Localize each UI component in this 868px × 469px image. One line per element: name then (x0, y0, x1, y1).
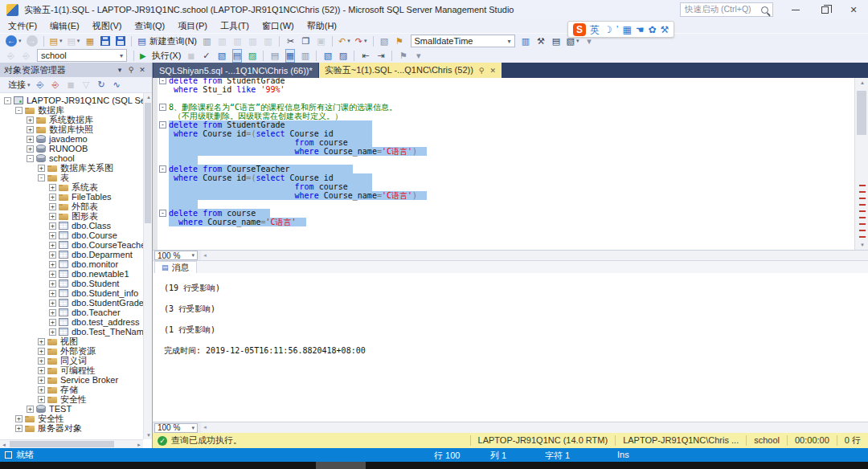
tree-expand-icon[interactable]: + (38, 377, 45, 384)
sql-editor[interactable]: -delete from StudentGrade where Stu_id l… (153, 78, 868, 250)
code-line[interactable]: where Course_id=(select Course_id (158, 173, 854, 182)
tree-expand-icon[interactable]: + (49, 232, 56, 239)
tab-sqlshiyan5[interactable]: SQLShiyan5.sql -...1Q1NC\Chris (66))* (154, 63, 318, 78)
ime-toolbox-icon[interactable]: ⚒ (661, 23, 669, 36)
tree-expand-icon[interactable]: + (49, 184, 56, 191)
tree-expand-icon[interactable]: + (49, 251, 56, 259)
code-line[interactable]: where Course_name='C语言') (158, 147, 854, 156)
comment-button[interactable]: ▧ (321, 49, 334, 63)
tree-item[interactable]: +TEST (0, 404, 152, 414)
tree-expand-icon[interactable]: + (27, 136, 34, 143)
filter-button[interactable]: ▽ (80, 78, 93, 92)
tree-item[interactable]: +dbo.Class (0, 221, 152, 230)
tree-expand-icon[interactable]: - (15, 107, 23, 114)
quick-launch-input[interactable]: 快速启动 (Ctrl+Q) (680, 2, 773, 17)
ime-handwriting-icon[interactable]: ☚ (636, 23, 645, 36)
tree-item[interactable]: -school (0, 153, 152, 163)
scrollbar-thumb[interactable] (10, 441, 114, 447)
connect-plug-button[interactable]: ⎆ (4, 49, 18, 63)
tree-expand-icon[interactable]: + (49, 222, 56, 230)
auto-refresh-button[interactable]: ∿ (110, 78, 124, 92)
tree-expand-icon[interactable]: + (49, 309, 56, 316)
menu-item[interactable]: 编辑(E) (43, 19, 86, 33)
analysis-mdx-query-button[interactable]: ▥ (215, 35, 229, 48)
tree-item[interactable]: +dbo.monitor (0, 259, 152, 269)
tree-horizontal-scrollbar[interactable]: ◄ ► (0, 439, 143, 448)
increase-indent-button[interactable]: ⇥ (374, 49, 387, 63)
tree-expand-icon[interactable]: + (49, 319, 56, 326)
tree-item[interactable]: +RUNOOB (0, 144, 152, 153)
tab-messages[interactable]: ▤ 消息 (154, 261, 197, 273)
tree-expand-icon[interactable]: + (27, 126, 34, 133)
toolbox-button[interactable]: ▤ (550, 35, 563, 48)
tree-item[interactable]: +同义词 (0, 356, 152, 365)
code-line[interactable]: from course (158, 182, 854, 191)
live-query-stats-button[interactable]: ▨ (245, 49, 259, 63)
tree-expand-icon[interactable]: + (49, 242, 56, 249)
nav-forward-button[interactable]: → (25, 35, 39, 48)
code-line[interactable] (158, 200, 854, 209)
scroll-up-icon[interactable]: ▲ (146, 95, 151, 100)
code-line[interactable]: （不用级联删除。因级联需在创建表时定义。） (158, 112, 854, 120)
close-button[interactable]: ✕ (839, 0, 868, 19)
redo-button[interactable]: ↷▾ (354, 35, 369, 48)
tree-expand-icon[interactable]: + (15, 425, 23, 432)
menu-item[interactable]: 查询(Q) (128, 19, 171, 33)
tab-pin-icon[interactable]: ⚲ (479, 67, 485, 75)
ime-keyboard-icon[interactable]: ▦ (622, 23, 631, 36)
tree-expand-icon[interactable]: - (4, 97, 11, 104)
disconnect-button[interactable]: ⎆ (34, 78, 47, 92)
tree-expand-icon[interactable]: + (38, 367, 45, 374)
tree-item[interactable]: +dbo.Course (0, 230, 152, 240)
save-button[interactable] (98, 35, 112, 48)
menu-item[interactable]: 帮助(H) (301, 19, 343, 33)
tree-item[interactable]: +系统表 (0, 182, 152, 192)
estimated-plan-button[interactable]: ▧ (215, 49, 228, 63)
ime-skin-icon[interactable]: ✿ (649, 23, 657, 36)
tree-expand-icon[interactable]: + (27, 406, 34, 413)
tree-item[interactable]: +外部表 (0, 202, 152, 211)
uncomment-button[interactable]: ▨ (336, 49, 350, 63)
scroll-up-icon[interactable]: ▲ (860, 80, 865, 85)
tree-item[interactable]: +服务器对象 (0, 423, 152, 433)
menu-item[interactable]: 窗口(W) (256, 19, 301, 33)
menu-item[interactable]: 视图(V) (86, 19, 129, 33)
tree-item[interactable]: +存储 (0, 385, 152, 394)
menu-item[interactable]: 文件(F) (2, 19, 43, 33)
tab-shiyanwu-active[interactable]: 实验五~1(1).SQL -...Q1NC\Chris (52)) ⚲ ✕ (319, 63, 502, 78)
ime-punctuation-icon[interactable]: ’ (616, 23, 619, 36)
save-all-button[interactable] (113, 35, 127, 48)
panel-close-button[interactable]: ✕ (137, 66, 148, 74)
menu-item[interactable]: 项目(P) (171, 19, 214, 33)
open-file-button[interactable]: ▦ (83, 35, 96, 48)
tree-item[interactable]: +dbo.Student (0, 279, 152, 288)
editor-zoom-combo[interactable]: 100 % ▾ (154, 251, 198, 260)
tree-item[interactable]: +dbo.Test_TheName (0, 327, 152, 336)
editor-horizontal-scrollbar[interactable]: ◄ (201, 251, 868, 260)
scrollbar-thumb[interactable] (857, 91, 866, 135)
code-line[interactable]: -delete from course (158, 209, 854, 218)
tree-vertical-scrollbar[interactable]: ▲ ▼ (143, 93, 152, 439)
tree-item[interactable]: +dbo.newtable1 (0, 269, 152, 279)
tree-item[interactable]: +图形表 (0, 211, 152, 221)
scroll-down-icon[interactable]: ▼ (146, 433, 151, 438)
tree-expand-icon[interactable]: + (38, 165, 45, 172)
tree-expand-icon[interactable]: + (49, 203, 56, 210)
tree-expand-icon[interactable]: + (49, 300, 56, 307)
code-line[interactable] (158, 94, 854, 103)
panel-menu-button[interactable]: ▾ (114, 66, 125, 74)
scrollbar-thumb[interactable] (145, 103, 151, 223)
change-connection-button[interactable]: ⎆ (19, 49, 33, 63)
editor-vertical-scrollbar[interactable]: ▲ ▼ (854, 78, 868, 250)
code-line[interactable] (158, 156, 854, 165)
execute-button[interactable]: ▶执行(X) (138, 49, 182, 63)
cancel-query-button[interactable]: ◼ (184, 49, 198, 63)
sqlcmd-mode-button[interactable]: ▥ (261, 35, 275, 48)
query-options-button[interactable]: ▤ (230, 49, 244, 63)
tree-item[interactable]: -数据库 (0, 105, 152, 115)
selection-button[interactable]: ▧ (378, 35, 391, 48)
tree-expand-icon[interactable]: + (49, 271, 56, 278)
tree-expand-icon[interactable]: + (49, 280, 56, 288)
code-line[interactable]: -8、删除课程名为“C语言”的课程信息和所有这门课的选课信息。 (158, 103, 854, 112)
undo-button[interactable]: ↶▾ (337, 35, 352, 48)
